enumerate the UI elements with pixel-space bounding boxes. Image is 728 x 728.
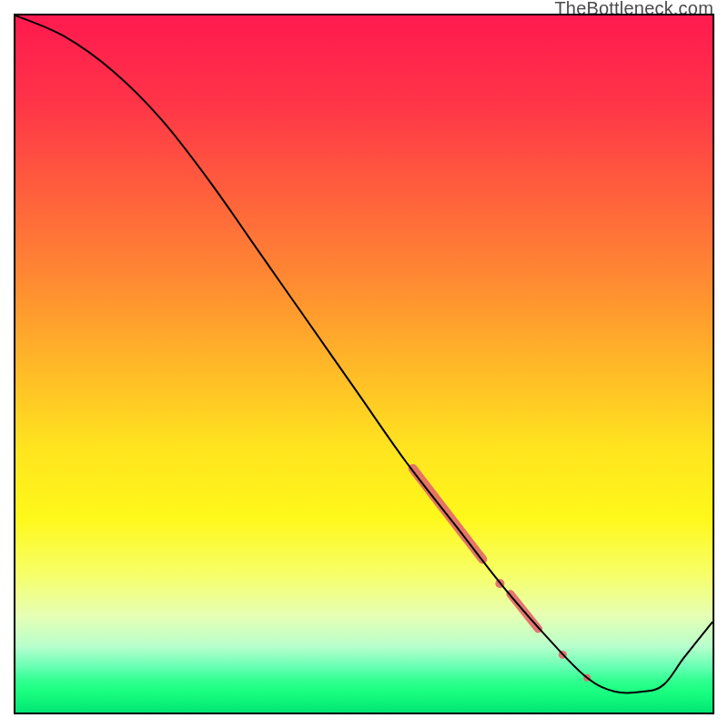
chart-container: { "watermark": "TheBottleneck.com", "col…	[0, 0, 728, 728]
curve-overlay	[15, 15, 713, 713]
highlight-segments	[413, 469, 588, 678]
plot-area	[14, 14, 714, 714]
bottleneck-curve	[15, 15, 713, 693]
